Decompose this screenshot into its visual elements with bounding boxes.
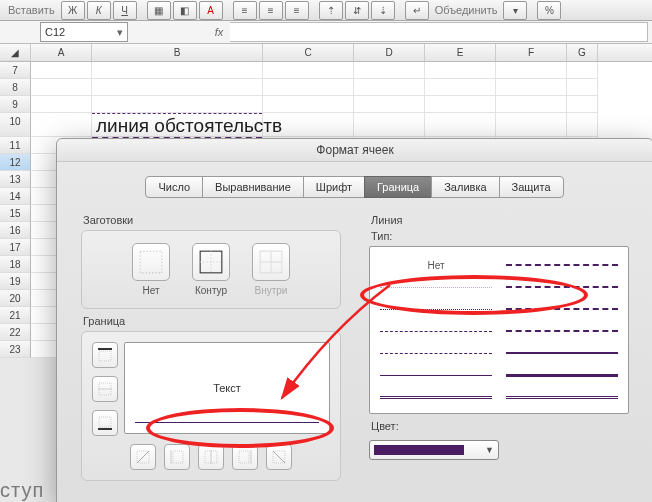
row-header-13[interactable]: 13 [0,171,31,188]
border-middle-v-button[interactable] [198,444,224,470]
cell-A9[interactable] [31,96,92,113]
cell-B8[interactable] [92,79,263,96]
line-style-thick[interactable] [506,374,618,377]
border-diag-up-button[interactable] [130,444,156,470]
col-header-d[interactable]: D [354,44,425,61]
col-header-a[interactable]: A [31,44,92,61]
line-style-double2[interactable] [506,396,618,399]
align-right-button[interactable]: ≡ [285,1,309,20]
cell-C7[interactable] [263,62,354,79]
cell-D8[interactable] [354,79,425,96]
row-header-14[interactable]: 14 [0,188,31,205]
col-header-g[interactable]: G [567,44,598,61]
row-header-16[interactable]: 16 [0,222,31,239]
row-header-18[interactable]: 18 [0,256,31,273]
underline-button[interactable]: Ч [113,1,137,20]
cell-F7[interactable] [496,62,567,79]
formula-input[interactable] [230,22,648,42]
border-top-button[interactable] [92,342,118,368]
row-header-21[interactable]: 21 [0,307,31,324]
line-style-mediumdashdot[interactable] [506,286,618,288]
cell-D9[interactable] [354,96,425,113]
cell-G8[interactable] [567,79,598,96]
border-middle-h-button[interactable] [92,376,118,402]
row-header-12[interactable]: 12 [0,154,31,171]
cell-C10[interactable] [263,113,354,137]
line-style-none[interactable]: Нет [380,260,492,271]
border-diag-down-button[interactable] [266,444,292,470]
line-style-dashed[interactable] [380,353,492,354]
merge-label[interactable]: Объединить [435,4,498,16]
line-style-dotted[interactable] [380,309,492,310]
name-box-dropdown-icon[interactable]: ▾ [117,26,123,39]
row-header-19[interactable]: 19 [0,273,31,290]
align-center-button[interactable]: ≡ [259,1,283,20]
line-style-thin[interactable] [380,375,492,376]
border-preview[interactable]: Текст [124,342,330,434]
wrap-text-button[interactable]: ↵ [405,1,429,20]
fx-icon[interactable]: fx [208,26,230,38]
row-header-11[interactable]: 11 [0,137,31,154]
cell-A10[interactable] [31,113,92,137]
cell-A8[interactable] [31,79,92,96]
cell-C8[interactable] [263,79,354,96]
row-header-22[interactable]: 22 [0,324,31,341]
tab-font[interactable]: Шрифт [303,176,365,198]
cell-E7[interactable] [425,62,496,79]
valign-top-button[interactable]: ⇡ [319,1,343,20]
row-header-8[interactable]: 8 [0,79,31,96]
row-header-9[interactable]: 9 [0,96,31,113]
tab-border[interactable]: Граница [364,176,432,198]
tab-protection[interactable]: Защита [499,176,564,198]
line-style-dashdotdot[interactable] [506,264,618,266]
row-header-23[interactable]: 23 [0,341,31,358]
cell-A7[interactable] [31,62,92,79]
border-left-button[interactable] [164,444,190,470]
row-header-17[interactable]: 17 [0,239,31,256]
valign-mid-button[interactable]: ⇵ [345,1,369,20]
bold-button[interactable]: Ж [61,1,85,20]
border-right-button[interactable] [232,444,258,470]
col-header-e[interactable]: E [425,44,496,61]
cell-F9[interactable] [496,96,567,113]
cell-B7[interactable] [92,62,263,79]
font-color-button[interactable]: A [199,1,223,20]
number-format-button[interactable]: % [537,1,561,20]
merge-dropdown[interactable]: ▾ [503,1,527,20]
row-header-15[interactable]: 15 [0,205,31,222]
line-style-double1[interactable] [380,396,492,399]
select-all-corner[interactable]: ◢ [0,44,31,61]
line-style-slantdashdot[interactable] [506,308,618,310]
tab-number[interactable]: Число [145,176,203,198]
line-style-dashdot[interactable] [380,331,492,332]
border-dropdown[interactable]: ▦ [147,1,171,20]
line-style-medium[interactable] [506,352,618,354]
cell-E9[interactable] [425,96,496,113]
cell-C9[interactable] [263,96,354,113]
cell-E8[interactable] [425,79,496,96]
col-header-b[interactable]: B [92,44,263,61]
tab-alignment[interactable]: Выравнивание [202,176,304,198]
cell-F10[interactable] [496,113,567,137]
col-header-c[interactable]: C [263,44,354,61]
insert-label[interactable]: Вставить [8,4,55,16]
cell-B9[interactable] [92,96,263,113]
col-header-f[interactable]: F [496,44,567,61]
italic-button[interactable]: К [87,1,111,20]
color-picker[interactable]: ▼ [369,440,499,460]
cell-F8[interactable] [496,79,567,96]
fill-color-button[interactable]: ◧ [173,1,197,20]
valign-bottom-button[interactable]: ⇣ [371,1,395,20]
cell-G10[interactable] [567,113,598,137]
tab-fill[interactable]: Заливка [431,176,499,198]
cell-B10[interactable]: линия обстоятельств [92,113,263,137]
row-header-7[interactable]: 7 [0,62,31,79]
preset-none[interactable]: Нет [128,243,174,296]
row-header-20[interactable]: 20 [0,290,31,307]
cell-G9[interactable] [567,96,598,113]
cell-D7[interactable] [354,62,425,79]
cell-G7[interactable] [567,62,598,79]
name-box[interactable]: C12 ▾ [40,22,128,42]
align-left-button[interactable]: ≡ [233,1,257,20]
cell-D10[interactable] [354,113,425,137]
